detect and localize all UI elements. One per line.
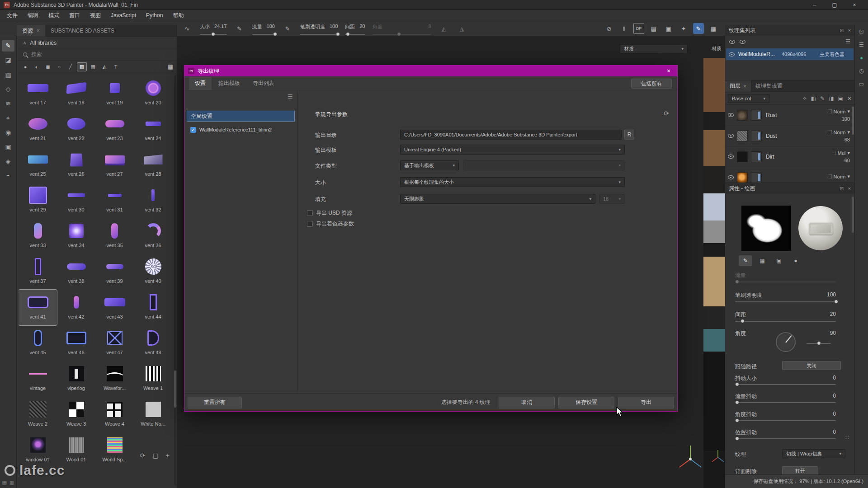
pressure-size-icon[interactable]: ✎: [234, 23, 245, 34]
material-tab-icon[interactable]: ●: [789, 255, 802, 266]
param-opacity[interactable]: 笔刷透明度100: [300, 23, 338, 35]
asset-item[interactable]: vent 24: [134, 111, 172, 147]
asset-item[interactable]: vent 39: [95, 254, 134, 290]
menu-item-5[interactable]: 视图: [85, 10, 106, 21]
dp-badge[interactable]: DP: [633, 23, 644, 34]
menu-item-3[interactable]: 模式: [43, 10, 64, 21]
visibility-all-icon[interactable]: [729, 40, 735, 44]
grid-icon[interactable]: ▦: [708, 23, 719, 34]
asset-item[interactable]: vent 46: [57, 325, 95, 361]
asset-item[interactable]: vintage: [19, 361, 57, 397]
asset-item[interactable]: vent 41: [19, 290, 57, 325]
visibility-icon[interactable]: [728, 155, 734, 159]
asset-item[interactable]: vent 21: [19, 111, 57, 147]
menu-item-4[interactable]: 窗口: [64, 10, 85, 21]
filter-fonts-icon[interactable]: T: [111, 62, 121, 71]
asset-item[interactable]: vent 17: [19, 75, 57, 111]
panel-toggle-icon[interactable]: ▭: [859, 81, 864, 87]
jitter-slider[interactable]: [735, 402, 836, 403]
tab-output-templates[interactable]: 输出模板: [212, 77, 246, 90]
asset-item[interactable]: Weave 1: [134, 361, 172, 397]
reset-section-icon[interactable]: ⟳: [664, 110, 669, 117]
texture-set-row[interactable]: WallModuleReference111_blinn2: [187, 124, 295, 135]
path-tool[interactable]: ◈: [2, 155, 14, 167]
texture-set-menu-icon[interactable]: ☰: [845, 38, 850, 45]
clone-tool[interactable]: ⌖: [2, 112, 14, 124]
symmetry-y-icon[interactable]: ◮: [457, 23, 467, 34]
viewer-mode-icon[interactable]: ▤: [648, 23, 659, 34]
hide-ui-icon[interactable]: ⊘: [604, 23, 614, 34]
tab-export-list[interactable]: 导出列表: [247, 77, 280, 90]
filter-environments-icon[interactable]: ◭: [99, 62, 109, 71]
param-flow-slider[interactable]: [252, 34, 275, 35]
export-button[interactable]: 导出: [618, 397, 674, 408]
param-spacing-slider[interactable]: [345, 34, 365, 35]
visibility-icon[interactable]: [729, 52, 735, 56]
file-format-dropdown[interactable]: ▾: [463, 160, 625, 170]
dock-tab-icon[interactable]: ▤: [2, 479, 7, 485]
save-settings-button[interactable]: 保存设置: [558, 397, 614, 408]
brush-tab-icon[interactable]: ✎: [739, 255, 752, 266]
smudge-tool[interactable]: ≋: [2, 98, 14, 109]
output-dir-input[interactable]: C:/Users/FD_3090A01/Documents/Adobe/Adob…: [400, 130, 622, 140]
asset-item[interactable]: vent 34: [57, 218, 95, 254]
asset-item[interactable]: vent 26: [57, 147, 95, 183]
add-folder-icon[interactable]: ▣: [838, 95, 843, 102]
menu-icon[interactable]: ☰: [859, 42, 864, 48]
texture-wrap-dropdown[interactable]: 切线 | Wrap包裹 ▾: [782, 449, 845, 458]
alpha-tab-icon[interactable]: ▦: [755, 255, 769, 266]
angle-dial[interactable]: [776, 332, 796, 352]
asset-item[interactable]: vent 20: [134, 75, 172, 111]
asset-item[interactable]: vent 25: [19, 147, 57, 183]
tab-substance-assets[interactable]: SUBSTANCE 3D ASSETS: [45, 25, 120, 37]
asset-item[interactable]: vent 29: [19, 183, 57, 218]
close-button[interactable]: ×: [844, 0, 864, 10]
param-flow[interactable]: 流量100: [252, 23, 275, 35]
close-tab-icon[interactable]: ×: [743, 83, 746, 89]
symmetry-tool[interactable]: ◓: [2, 170, 14, 182]
list-options-icon[interactable]: ☰: [288, 94, 292, 100]
filter-brushes-icon[interactable]: ╱: [66, 62, 75, 71]
randomize-icon[interactable]: ∷: [845, 434, 849, 441]
maximize-button[interactable]: ▢: [825, 0, 844, 10]
texture-set-checkbox[interactable]: [190, 127, 196, 133]
float-panel-icon[interactable]: ⊡: [840, 186, 844, 192]
follow-path-toggle[interactable]: 关闭: [782, 361, 841, 370]
quick-mask-tool[interactable]: ▣: [2, 141, 14, 153]
asset-item[interactable]: vent 35: [95, 218, 134, 254]
dialog-title-bar[interactable]: Pt 导出纹理 ×: [184, 66, 677, 76]
export-usd-row[interactable]: 导出 USD 资源: [307, 209, 352, 217]
asset-item[interactable]: Wavefor...: [95, 361, 134, 397]
delete-layer-icon[interactable]: ✕: [847, 95, 852, 102]
cancel-button[interactable]: 取消: [499, 397, 555, 408]
close-panel-icon[interactable]: ×: [848, 186, 851, 192]
add-effect-icon[interactable]: ✧: [802, 95, 807, 102]
add-assets-icon[interactable]: +: [166, 452, 170, 459]
float-panel-icon[interactable]: ⊡: [840, 28, 844, 33]
export-usd-checkbox[interactable]: [307, 210, 313, 216]
status-dot-icon[interactable]: ●: [860, 55, 863, 61]
asset-item[interactable]: vent 45: [19, 325, 57, 361]
menu-item-2[interactable]: 编辑: [23, 10, 43, 21]
layer-row[interactable]: DirtMul▾60: [725, 146, 854, 167]
refresh-assets-icon[interactable]: ⟳: [140, 452, 146, 459]
param-opacity-slider[interactable]: [300, 34, 338, 35]
export-shader-row[interactable]: 导出着色器参数: [307, 220, 354, 228]
tab-texture-set-settings[interactable]: 纹理集设置: [751, 80, 787, 92]
visibility-icon[interactable]: [728, 134, 734, 138]
viewport-axis-gizmo[interactable]: [675, 442, 706, 474]
asset-item[interactable]: vent 31: [95, 183, 134, 218]
spacing-slider[interactable]: [735, 321, 836, 322]
add-mask-icon[interactable]: ◨: [829, 95, 834, 102]
layer-blend-dropdown[interactable]: Mul: [838, 150, 846, 156]
layers-scrollbar[interactable]: [852, 107, 854, 135]
visibility-icon[interactable]: [728, 113, 734, 117]
material-picker-tool[interactable]: ◉: [2, 127, 14, 138]
jitter-slider[interactable]: [735, 384, 836, 385]
jitter-slider[interactable]: [735, 420, 836, 421]
brush-alpha-preview[interactable]: [741, 206, 791, 251]
history-icon[interactable]: ◷: [859, 68, 863, 74]
reset-all-button[interactable]: 重置所有: [188, 397, 242, 408]
channel-dropdown[interactable]: Base col ▾: [728, 94, 769, 103]
layer-opacity[interactable]: 68: [844, 137, 850, 142]
